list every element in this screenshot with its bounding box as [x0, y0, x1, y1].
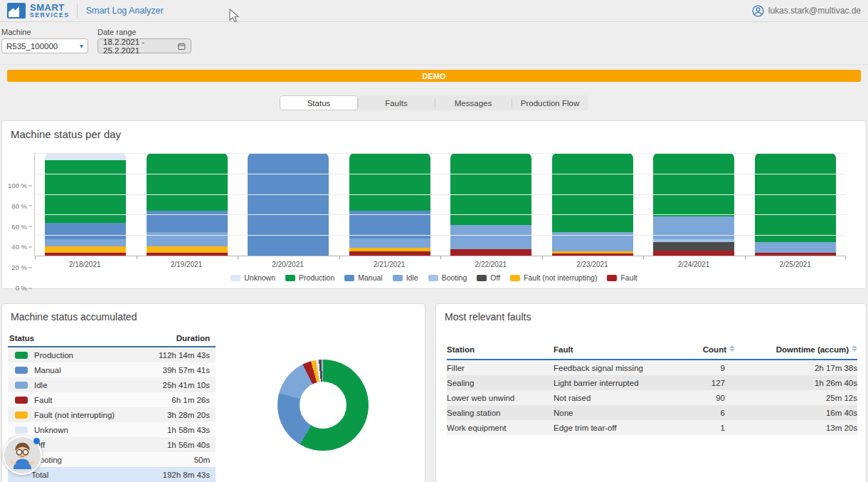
downtime-cell: 16m 40s [736, 409, 857, 417]
logo-text-services: SERVICES [30, 12, 70, 19]
y-tick-label: 80 % [11, 201, 27, 209]
sort-icon [729, 345, 735, 352]
stacked-bar [450, 153, 531, 256]
downtime-cell: 1h 26m 40s [736, 379, 857, 387]
x-axis-label: 2/25/2021 [744, 261, 846, 268]
mouse-cursor [229, 9, 239, 23]
y-tick-label: 100 % [8, 182, 27, 189]
x-axis-labels: 2/18/20212/19/20212/20/20212/21/20212/22… [34, 261, 846, 268]
x-axis-label: 2/19/2021 [136, 261, 238, 268]
bar-slot [35, 153, 137, 256]
sort-icon [852, 345, 857, 352]
chevron-down-icon: ▾ [80, 42, 83, 50]
table-row: FillerFeedback signal missing92h 17m 38s [447, 360, 857, 375]
table-row: Work equipmentEdge trim tear-off113m 20s [447, 420, 857, 435]
bar-segment-idle [349, 239, 430, 248]
stacked-bar [755, 153, 836, 256]
status-cell: Fault (not interrupting) [9, 411, 130, 419]
app-title: Smart Log Analyzer [86, 6, 164, 16]
date-range-input[interactable]: 18.2.2021 - 25.2.2021 [97, 38, 191, 53]
tab-messages[interactable]: Messages [435, 95, 512, 110]
duration-cell: 6h 1m 26s [130, 396, 210, 404]
bar-segment-idle [450, 225, 531, 250]
status-swatch [15, 352, 28, 359]
station-cell: Work equipment [447, 424, 554, 432]
legend-swatch [607, 275, 617, 281]
legend-item-manual[interactable]: Manual [344, 273, 382, 282]
bar-segment-manual [45, 223, 126, 239]
status-per-day-title: Machine status per day [2, 121, 866, 140]
user-menu[interactable]: lukas.stark@multivac.de [752, 5, 861, 17]
legend-item-booting[interactable]: Booting [428, 273, 467, 282]
bar-segment-fault [653, 251, 734, 256]
bar-segment-manual [248, 153, 329, 256]
x-axis-label: 2/24/2021 [643, 261, 745, 268]
downtime-cell: 2h 17m 38s [736, 364, 857, 372]
duration-cell: 1h 56m 40s [130, 441, 210, 449]
calendar-icon [178, 42, 186, 51]
tab-faults[interactable]: Faults [358, 95, 435, 110]
legend-item-idle[interactable]: Idle [393, 273, 418, 282]
legend-item-fault[interactable]: Fault [607, 273, 637, 282]
status-swatch [15, 382, 28, 389]
user-email: lukas.stark@multivac.de [768, 6, 861, 16]
fault-cell: Light barrier interrupted [554, 379, 658, 387]
bar-slot [339, 153, 441, 256]
y-tick-label: 20 % [11, 263, 27, 271]
status-cell: Production [9, 351, 130, 360]
column-header-count[interactable]: Count [658, 345, 736, 354]
stacked-bar [349, 153, 430, 256]
x-axis-label: 2/22/2021 [440, 261, 542, 268]
column-header-downtime[interactable]: Downtime (accum) [736, 345, 857, 354]
date-range-label: Date range [97, 28, 191, 36]
legend-item-fault-not-interrupting-[interactable]: Fault (not interrupting) [510, 273, 597, 282]
faults-title: Most relevant faults [436, 304, 866, 323]
machine-select[interactable]: R535_100000 ▾ [1, 38, 88, 53]
legend-item-unknown[interactable]: Unknown [231, 273, 275, 282]
most-relevant-faults-panel: Most relevant faults Station Fault Count… [435, 303, 867, 482]
bar-slot [745, 153, 847, 256]
tab-production-flow[interactable]: Production Flow [512, 95, 588, 110]
demo-banner: DEMO [7, 70, 861, 82]
column-header-station: Station [447, 345, 554, 354]
stacked-bar [552, 153, 633, 256]
tab-status[interactable]: Status [280, 95, 358, 110]
legend-swatch [477, 275, 487, 281]
legend-item-off[interactable]: Off [477, 273, 500, 282]
legend-swatch [428, 275, 438, 281]
header-divider [77, 4, 78, 18]
bar-segment-fault-not-interrupting- [147, 246, 228, 253]
stacked-bar-chart [34, 153, 846, 256]
table-row: Lower web unwindNot raised9025m 12s [447, 390, 857, 405]
duration-cell: 25h 41m 10s [130, 381, 210, 389]
chart-legend: UnknownProductionManualIdleBootingOffFau… [2, 273, 866, 282]
x-axis-label: 2/18/2021 [34, 261, 136, 268]
table-row: Idle25h 41m 10s [8, 377, 216, 392]
duration-cell: 3h 28m 20s [130, 411, 210, 419]
status-accumulated-title: Machine status accumulated [2, 304, 425, 323]
faults-table: Station Fault Count Downtime (accum) Fil… [447, 341, 857, 435]
downtime-cell: 13m 20s [736, 424, 857, 432]
fault-cell: None [554, 409, 658, 417]
gridline [35, 174, 846, 174]
legend-item-production[interactable]: Production [285, 273, 334, 282]
status-accumulated-panel: Machine status accumulated Status Durati… [1, 303, 425, 482]
gridline [35, 194, 846, 195]
duration-cell: 112h 14m 43s [130, 351, 210, 360]
station-cell: Sealing [447, 379, 554, 387]
legend-swatch [285, 275, 295, 281]
bar-slot [137, 153, 238, 256]
count-cell: 9 [658, 364, 736, 372]
x-axis-label: 2/21/2021 [339, 261, 440, 268]
bar-segment-unknown [45, 153, 126, 160]
assistant-avatar[interactable] [3, 436, 42, 475]
count-cell: 6 [658, 409, 736, 417]
table-row: Unknown1h 58m 43s [8, 422, 216, 437]
count-cell: 90 [658, 394, 736, 402]
count-cell: 127 [658, 379, 736, 387]
top-bar: SMART SERVICES Smart Log Analyzer lukas.… [0, 0, 868, 22]
bar-segment-production [147, 153, 228, 211]
bar-segment-off [653, 242, 734, 251]
bar-segment-idle [653, 216, 734, 239]
date-range-value: 18.2.2021 - 25.2.2021 [103, 38, 174, 55]
